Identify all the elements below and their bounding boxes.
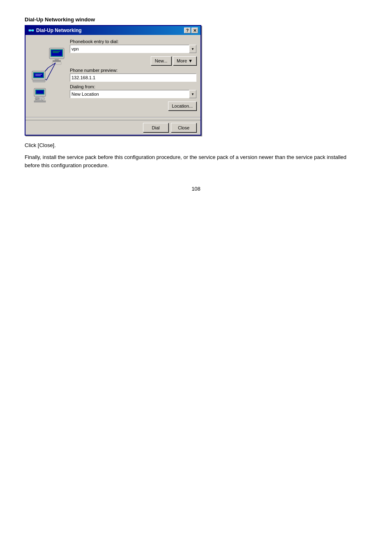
svg-line-12 <box>46 63 55 80</box>
dialog-content: Phonebook entry to dial: vpn ▼ New... Mo… <box>70 39 196 111</box>
phonebook-field-group: Phonebook entry to dial: vpn ▼ <box>70 39 196 53</box>
dialog-window: Dial-Up Networking ? ✕ <box>25 25 201 136</box>
dial-button[interactable]: Dial <box>143 123 168 132</box>
phone-preview-group: Phone number preview: <box>70 68 196 82</box>
title-icon <box>28 27 35 34</box>
close-title-button[interactable]: ✕ <box>191 28 198 33</box>
svg-rect-17 <box>34 73 43 77</box>
dialing-from-select-wrapper: New Location ▼ <box>70 90 196 98</box>
svg-rect-23 <box>36 90 44 94</box>
dialog-footer: Dial Close <box>25 120 201 135</box>
svg-rect-28 <box>34 101 46 102</box>
title-bar-left: Dial-Up Networking <box>28 27 82 34</box>
location-button-row: Location... <box>70 101 196 111</box>
more-button[interactable]: More ▼ <box>173 56 196 65</box>
new-more-button-row: New... More ▼ <box>70 56 196 65</box>
dialog-icon-area: ⌨ <box>30 39 67 111</box>
svg-rect-7 <box>51 50 62 56</box>
title-bar-controls: ? ✕ <box>184 28 198 33</box>
paragraph-text: Finally, install the service pack before… <box>25 153 362 169</box>
phonebook-select-wrapper: vpn ▼ <box>70 45 196 53</box>
phone-preview-input[interactable] <box>70 74 196 82</box>
dialing-from-label: Dialing from: <box>70 84 196 89</box>
network-icon: ⌨ <box>31 47 66 103</box>
page-title: Dial-Up Networking window <box>25 16 367 23</box>
svg-rect-20 <box>33 80 45 82</box>
svg-rect-0 <box>29 30 31 31</box>
new-button[interactable]: New... <box>151 56 171 65</box>
phonebook-select[interactable]: vpn <box>70 45 196 53</box>
svg-rect-5 <box>55 59 59 60</box>
dialog-body: ⌨ Phonebook entry to dial: vpn ▼ <box>25 35 201 115</box>
instruction-text: Click [Close]. <box>25 142 367 148</box>
window-title: Dial-Up Networking <box>36 28 82 33</box>
phonebook-label: Phonebook entry to dial: <box>70 39 196 44</box>
close-button[interactable]: Close <box>171 123 196 132</box>
dialog-separator <box>25 117 201 117</box>
phone-preview-label: Phone number preview: <box>70 68 196 73</box>
svg-rect-1 <box>32 30 34 31</box>
title-bar: Dial-Up Networking ? ✕ <box>25 26 201 35</box>
svg-rect-6 <box>53 60 61 62</box>
page-number: 108 <box>25 186 367 192</box>
location-button[interactable]: Location... <box>168 101 196 111</box>
help-button[interactable]: ? <box>184 28 191 33</box>
dialing-from-group: Dialing from: New Location ▼ <box>70 84 196 98</box>
dialing-from-select[interactable]: New Location <box>70 90 196 98</box>
